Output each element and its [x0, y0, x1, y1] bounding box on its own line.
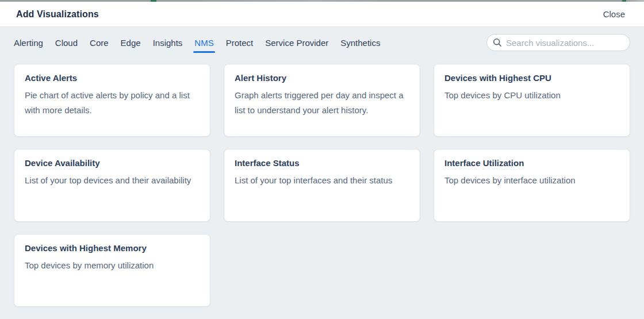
card-title: Interface Status	[235, 158, 409, 168]
card-title: Devices with Highest Memory	[25, 243, 200, 253]
toolbar: Alerting Cloud Core Edge Insights NMS Pr…	[0, 27, 644, 54]
modal-header: Add Visualizations Close	[0, 2, 644, 27]
card-title: Active Alerts	[25, 73, 200, 83]
card-description: Graph alerts triggered per day and inspe…	[235, 88, 409, 118]
tab-bar: Alerting Cloud Core Edge Insights NMS Pr…	[14, 38, 380, 53]
card-description: Top devices by CPU utilization	[444, 88, 619, 103]
card-description: List of your top devices and their avail…	[25, 173, 200, 188]
search-icon	[493, 38, 502, 47]
card-title: Device Availability	[25, 158, 200, 168]
tab-alerting[interactable]: Alerting	[14, 38, 43, 53]
card-interface-utilization[interactable]: Interface Utilization Top devices by int…	[434, 149, 630, 222]
page-title: Add Visualizations	[16, 9, 99, 20]
search-input[interactable]	[506, 38, 623, 48]
card-description: List of your top interfaces and their st…	[235, 173, 409, 188]
close-button[interactable]: Close	[603, 9, 625, 19]
card-description: Pie chart of active alerts by policy and…	[25, 88, 200, 118]
tab-core[interactable]: Core	[90, 38, 109, 53]
visualization-grid: Active Alerts Pie chart of active alerts…	[14, 64, 630, 307]
card-alert-history[interactable]: Alert History Graph alerts triggered per…	[224, 64, 420, 137]
card-description: Top devices by memory utilization	[25, 258, 200, 273]
card-active-alerts[interactable]: Active Alerts Pie chart of active alerts…	[14, 64, 210, 137]
tab-cloud[interactable]: Cloud	[55, 38, 78, 53]
tab-edge[interactable]: Edge	[121, 38, 141, 53]
card-interface-status[interactable]: Interface Status List of your top interf…	[224, 149, 420, 222]
tab-nms[interactable]: NMS	[194, 38, 213, 53]
card-devices-with-highest-memory[interactable]: Devices with Highest Memory Top devices …	[14, 234, 210, 307]
search-box[interactable]	[486, 34, 630, 51]
tab-insights[interactable]: Insights	[153, 38, 183, 53]
tab-service-provider[interactable]: Service Provider	[265, 38, 328, 53]
card-title: Devices with Highest CPU	[444, 73, 619, 83]
card-title: Interface Utilization	[444, 158, 619, 168]
card-device-availability[interactable]: Device Availability List of your top dev…	[14, 149, 210, 222]
card-title: Alert History	[235, 73, 409, 83]
tab-protect[interactable]: Protect	[226, 38, 254, 53]
card-devices-with-highest-cpu[interactable]: Devices with Highest CPU Top devices by …	[434, 64, 630, 137]
tab-synthetics[interactable]: Synthetics	[340, 38, 380, 53]
card-description: Top devices by interface utilization	[444, 173, 619, 188]
